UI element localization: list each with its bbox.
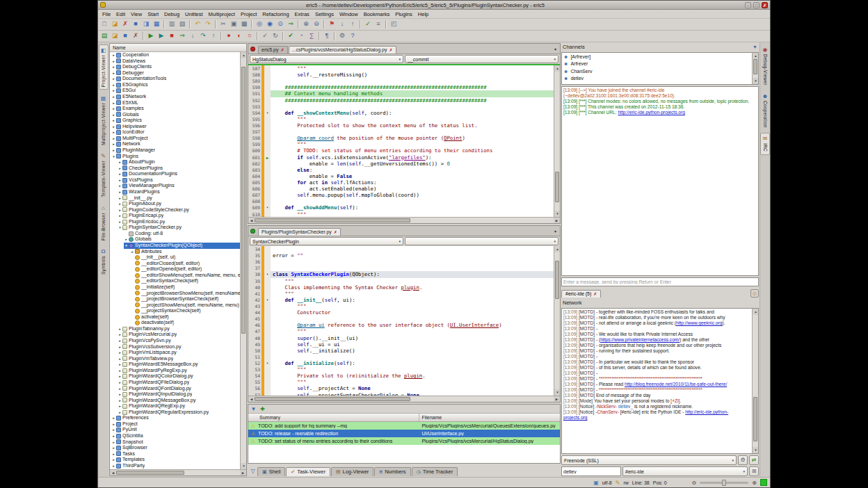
channel-tab[interactable]: #eric-ide (5) ✗ <box>561 290 601 298</box>
vertical-scrollbar[interactable]: ▲▼ <box>752 309 758 453</box>
fold-margin[interactable] <box>264 97 271 104</box>
tree-item[interactable]: ▸Globals <box>111 112 240 118</box>
filter-icon[interactable]: ▽ <box>249 467 257 475</box>
tree-item[interactable]: __projectBrowserShowMenu(self, menuName,… <box>130 291 240 297</box>
fold-margin[interactable] <box>264 72 271 78</box>
join-channel-button[interactable]: ⊞ <box>749 466 759 476</box>
sidebar-tab-symbols[interactable]: ΩSymbols <box>99 246 108 277</box>
menu-start[interactable]: Start <box>145 11 161 17</box>
zoom-in-icon[interactable]: ⊕ <box>752 480 757 486</box>
channel-user[interactable]: ☻ChanServ <box>562 67 752 75</box>
fold-margin[interactable] <box>264 135 271 141</box>
tree-column-header[interactable]: Name <box>110 44 246 52</box>
bottom-tab-task-viewer[interactable]: ✔Task-Viewer <box>286 467 330 476</box>
save-icon[interactable]: ■ <box>131 19 140 29</box>
scroll-right-icon[interactable]: ▶ <box>554 218 560 224</box>
tree-item[interactable]: ▸PluginVcsMercurial.py <box>118 332 240 338</box>
tree-item[interactable]: ▸PluginWizardE5MessageBox.py <box>118 361 240 368</box>
menu-plugins[interactable]: Plugins <box>392 11 415 17</box>
fold-margin[interactable] <box>264 211 271 217</box>
member-combo[interactable]: ▾ <box>405 237 558 245</box>
vertical-scrollbar[interactable]: ▲▼ <box>752 53 758 84</box>
class-combo[interactable]: SyntaxCheckerPlugin▾ <box>250 237 403 245</box>
tree-item[interactable]: ▸PluginWizardQFileDialog.py <box>118 380 240 386</box>
bookmark-next-icon[interactable]: ↓ <box>337 19 347 29</box>
sidebar-tab-cooperation[interactable]: ☻Cooperation <box>760 91 770 130</box>
bottom-tab-time-tracker[interactable]: ◷Time Tracker <box>412 467 458 476</box>
scroll-left-icon[interactable]: ◀ <box>248 396 255 402</box>
bookmark-previous-icon[interactable]: ↑ <box>348 19 357 29</box>
tree-item[interactable]: ▸E5Gui <box>111 88 240 94</box>
scroll-up-icon[interactable]: ▲ <box>753 53 759 59</box>
network-combo[interactable]: Freenode (SSL) ▾ <box>561 455 737 465</box>
menu-window[interactable]: Window <box>337 11 361 17</box>
minimize-button[interactable]: – <box>745 2 751 8</box>
sidebar-tab-debug-viewer[interactable]: ◉Debug-Viewer <box>760 44 770 88</box>
fold-margin[interactable] <box>264 78 271 84</box>
next-breakpoint-icon[interactable]: ◐ <box>234 31 244 41</box>
channel-combo[interactable]: #eric-ide ▾ <box>622 466 748 476</box>
tree-item[interactable]: __editorShowMenu(self, menuName, menu, e… <box>130 273 240 279</box>
zoom-in-icon[interactable]: ⊕ <box>301 19 311 29</box>
tab-list-dropdown-icon[interactable]: ▾ <box>552 229 558 236</box>
scroll-up-icon[interactable]: ▲ <box>241 52 247 58</box>
scroll-track[interactable] <box>255 396 554 402</box>
fold-margin[interactable] <box>264 116 271 122</box>
new-task-icon[interactable]: ✚ <box>259 405 266 413</box>
maximize-button[interactable]: □ <box>753 2 760 8</box>
menu-view[interactable]: View <box>128 11 145 17</box>
new-project-icon[interactable]: ▤ <box>99 31 109 41</box>
tree-item[interactable]: ▸DocumentationTools <box>111 76 240 82</box>
edit-network-button[interactable]: ⚙ <box>738 455 748 465</box>
fold-margin[interactable] <box>264 167 271 173</box>
unittest-restart-icon[interactable]: ↻ <box>271 31 280 41</box>
tree-item[interactable]: ▾Plugins <box>111 154 240 160</box>
documentation-icon[interactable]: ¶ <box>322 31 332 41</box>
tree-item[interactable]: ▸PyUnit <box>111 427 240 433</box>
menu-help[interactable]: Help <box>415 11 431 17</box>
close-button[interactable]: ✗ <box>762 2 768 8</box>
search-next-icon[interactable]: ◉ <box>265 19 275 29</box>
tree-item[interactable]: ▸Cooperation <box>111 52 240 58</box>
sidebar-tab-template-viewer[interactable]: ✎Template-Viewer <box>99 151 108 200</box>
goto-line-icon[interactable]: ⇒ <box>286 19 296 29</box>
open-project-icon[interactable]: ◪ <box>110 31 120 41</box>
tree-item[interactable]: ▸Helpviewer <box>111 124 240 130</box>
fold-margin[interactable] <box>264 309 271 316</box>
unittest-icon[interactable]: ✓ <box>260 31 270 41</box>
chat-messages[interactable]: [13:09] [-->] You have joined the channe… <box>562 87 758 275</box>
code-metrics-icon[interactable]: ∑ <box>307 31 316 41</box>
editor-tab[interactable]: eric5.py✗ <box>258 46 288 54</box>
tree-item[interactable]: ▾SyntaxCheckerPlugin(QObject) <box>124 243 240 249</box>
bottom-tab-log-viewer[interactable]: ▤Log-Viewer <box>331 467 373 476</box>
fold-marker-icon[interactable]: ▾ <box>264 110 271 116</box>
fold-margin[interactable] <box>264 122 271 129</box>
tree-item[interactable]: ▸PluginEricapi.py <box>118 213 240 219</box>
tree-item[interactable]: ▸DataViews <box>111 58 240 65</box>
task-row[interactable]: ⚠TODO: release - reenable redirectionUI/… <box>248 430 560 437</box>
fold-margin[interactable] <box>264 246 271 252</box>
member-combo[interactable]: __commit▾ <box>405 55 558 63</box>
horizontal-scrollbar[interactable]: ◀▶ <box>248 217 560 223</box>
fold-margin[interactable] <box>264 129 271 135</box>
tree-item[interactable]: ▸ThirdParty <box>111 463 240 469</box>
tree-item[interactable]: ▸PluginVcsPySvn.py <box>118 338 240 344</box>
tree-item[interactable]: __projectShowMenu(self, menuName, menu) <box>130 302 240 309</box>
save-as-icon[interactable]: ◨ <box>141 19 151 29</box>
fold-margin[interactable] <box>264 84 271 90</box>
autocompletion-icon[interactable]: ≡ <box>373 19 383 29</box>
zoom-slider[interactable] <box>700 482 748 484</box>
vertical-scrollbar[interactable]: ▲▼ <box>554 246 560 396</box>
fold-margin[interactable] <box>264 278 271 284</box>
fold-margin[interactable] <box>264 354 271 360</box>
sidebar-tab-multiproject-viewer[interactable]: ▦Multiproject-Viewer <box>99 93 108 147</box>
save-project-icon[interactable]: ■ <box>120 31 130 41</box>
task-row[interactable]: ⚠TODO: set status of menu entries accord… <box>248 437 560 445</box>
zoom-out-icon[interactable]: ⊖ <box>692 480 697 486</box>
fold-margin[interactable] <box>264 322 271 328</box>
vertical-scrollbar[interactable]: ▲▼ <box>240 52 246 469</box>
debug-script-icon[interactable]: ▶ <box>156 31 166 41</box>
fold-marker-icon[interactable]: ▾ <box>264 360 271 366</box>
titlebar[interactable]: eric5 - /home/detlev/Development/Python/… <box>98 1 770 10</box>
tree-item[interactable]: ▸Globals <box>124 236 240 243</box>
